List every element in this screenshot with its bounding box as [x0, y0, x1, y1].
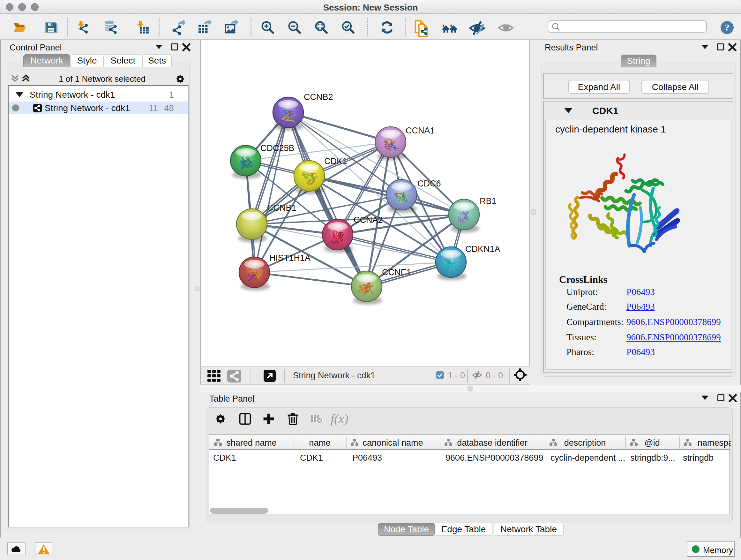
svg-text:CDK1: CDK1 — [324, 157, 347, 166]
svg-text:CDC6: CDC6 — [417, 179, 441, 188]
svg-text:CDC25B: CDC25B — [260, 143, 294, 153]
svg-text:HIST1H1A: HIST1H1A — [269, 253, 311, 263]
svg-text:CCNA1: CCNA1 — [406, 126, 435, 135]
svg-text:CCNB1: CCNB1 — [267, 203, 296, 212]
svg-text:CDKN1A: CDKN1A — [465, 244, 500, 254]
svg-text:?: ? — [725, 22, 729, 33]
svg-text:CCNB2: CCNB2 — [304, 92, 333, 102]
svg-text:CCNA2: CCNA2 — [354, 215, 383, 225]
svg-text:CCNE1: CCNE1 — [382, 267, 411, 277]
svg-text:RB1: RB1 — [480, 196, 496, 206]
